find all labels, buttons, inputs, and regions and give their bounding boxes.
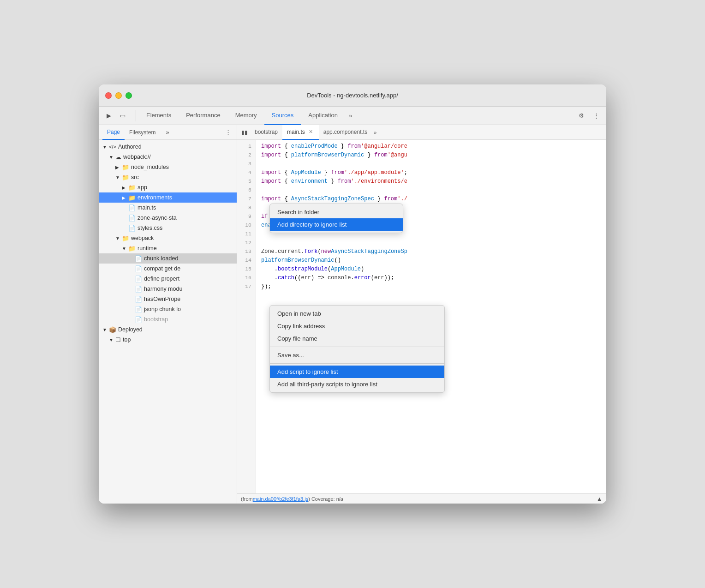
- folder-icon-environments: 📁: [128, 194, 136, 201]
- tab-memory[interactable]: Memory: [228, 107, 264, 125]
- authored-icon: </>: [109, 144, 116, 150]
- code-tab-bootstrap[interactable]: bootstrap: [250, 125, 282, 140]
- tree-arrow-deployed: ▼: [102, 327, 109, 332]
- titlebar: DevTools - ng-devtools.netlify.app/: [99, 84, 606, 107]
- status-text-suffix: ) Coverage: n/a: [308, 496, 343, 502]
- code-line-14: platformBrowserDynamic(): [261, 256, 601, 264]
- line-num-16: 16: [237, 273, 251, 282]
- tree-item-compat[interactable]: 📄 compat get de: [99, 264, 237, 274]
- line-num-6: 6: [237, 186, 251, 194]
- file-panel-tabs: Page Filesystem » ⋮: [99, 125, 237, 140]
- ctx-search-folder[interactable]: Search in folder: [270, 206, 403, 218]
- tab-performance[interactable]: Performance: [179, 107, 227, 125]
- ctx-save-as[interactable]: Save as...: [270, 349, 444, 361]
- tree-label-webpack: webpack://: [123, 154, 151, 160]
- status-text-prefix: (from: [241, 496, 253, 502]
- folder-icon-runtime: 📁: [128, 245, 136, 252]
- tree-item-bootstrap-file[interactable]: 📄 bootstrap: [99, 314, 237, 324]
- file-panel: Page Filesystem » ⋮ ▼ </> Authored ▼ ☁ w…: [99, 125, 237, 504]
- file-icon-harmony: 📄: [135, 286, 142, 293]
- tree-item-hasown[interactable]: 📄 hasOwnPrope: [99, 294, 237, 304]
- cursor-icon[interactable]: ▶: [102, 109, 115, 122]
- nav-divider: [136, 110, 136, 121]
- top-icon: ☐: [115, 336, 121, 343]
- tab-filesystem[interactable]: Filesystem: [125, 125, 160, 140]
- line-num-14: 14: [237, 256, 251, 264]
- line-num-17: 17: [237, 282, 251, 291]
- code-tab-appcomponent-label: app.component.ts: [323, 129, 367, 135]
- line-num-3: 3: [237, 159, 251, 168]
- code-line-12: [261, 238, 601, 247]
- tree-arrow-runtime: ▼: [122, 246, 128, 251]
- line-num-11: 11: [237, 229, 251, 238]
- main-content: Page Filesystem » ⋮ ▼ </> Authored ▼ ☁ w…: [99, 125, 606, 504]
- code-tab-appcomponent[interactable]: app.component.ts: [319, 125, 372, 140]
- file-tabs-more[interactable]: »: [162, 129, 173, 136]
- settings-icon[interactable]: ⚙: [575, 109, 588, 122]
- ctx-separator-1: [270, 347, 444, 347]
- tree-item-node-modules[interactable]: ▶ 📁 node_modules: [99, 162, 237, 172]
- tree-item-app[interactable]: ▶ 📁 app: [99, 182, 237, 192]
- tree-label-maints: main.ts: [137, 204, 156, 211]
- status-expand-icon[interactable]: ▲: [596, 495, 603, 503]
- line-num-1: 1: [237, 142, 251, 150]
- ctx-add-directory-ignore[interactable]: Add directory to ignore list: [270, 218, 403, 231]
- tree-item-jsonp[interactable]: 📄 jsonp chunk lo: [99, 304, 237, 314]
- tree-item-chunk[interactable]: 📄 chunk loaded: [99, 253, 237, 264]
- tab-page[interactable]: Page: [102, 125, 125, 140]
- folder-icon-src: 📁: [122, 174, 129, 181]
- tree-label-chunk: chunk loaded: [144, 255, 178, 262]
- code-tab-maints-close[interactable]: ✕: [308, 129, 314, 135]
- file-icon-define: 📄: [135, 276, 142, 282]
- tree-arrow-app: ▶: [122, 185, 128, 190]
- device-icon[interactable]: ▭: [116, 109, 129, 122]
- more-options-icon[interactable]: ⋮: [590, 109, 603, 122]
- tree-item-styles[interactable]: 📄 styles.css: [99, 223, 237, 233]
- minimize-button[interactable]: [115, 92, 122, 99]
- tab-sources[interactable]: Sources: [264, 107, 301, 125]
- tree-label-bootstrap: bootstrap: [144, 316, 168, 323]
- code-tabs-left-arrow[interactable]: ▮▮: [239, 129, 250, 136]
- line-num-4: 4: [237, 168, 251, 177]
- ctx-add-script-ignore[interactable]: Add script to ignore list: [270, 366, 444, 378]
- ctx-open-new-tab[interactable]: Open in new tab: [270, 307, 444, 320]
- tree-item-top[interactable]: ▼ ☐ top: [99, 335, 237, 345]
- tree-item-authored[interactable]: ▼ </> Authored: [99, 142, 237, 152]
- tree-item-harmony[interactable]: 📄 harmony modu: [99, 284, 237, 294]
- code-line-15: .bootstrapModule(AppModule): [261, 264, 601, 273]
- ctx-add-all-ignore[interactable]: Add all third-party scripts to ignore li…: [270, 378, 444, 390]
- tree-item-src[interactable]: ▼ 📁 src: [99, 172, 237, 182]
- code-tab-maints[interactable]: main.ts ✕: [282, 125, 319, 140]
- tree-item-deployed[interactable]: ▼ 📦 Deployed: [99, 324, 237, 335]
- close-button[interactable]: [105, 92, 112, 99]
- code-tabs-more[interactable]: »: [374, 130, 376, 135]
- code-line-1: import { enableProdMode } from '@angular…: [261, 142, 601, 150]
- tree-item-zone[interactable]: 📄 zone-async-sta: [99, 213, 237, 223]
- code-line-4: import { AppModule } from './app/app.mod…: [261, 168, 601, 177]
- code-tab-bootstrap-label: bootstrap: [255, 129, 278, 135]
- maximize-button[interactable]: [125, 92, 132, 99]
- tree-item-define[interactable]: 📄 define propert: [99, 274, 237, 284]
- tree-item-runtime[interactable]: ▼ 📁 runtime: [99, 243, 237, 253]
- tab-application[interactable]: Application: [301, 107, 345, 125]
- tree-item-maints[interactable]: 📄 main.ts: [99, 203, 237, 213]
- ctx-copy-link[interactable]: Copy link address: [270, 320, 444, 332]
- file-panel-kebab[interactable]: ⋮: [223, 129, 233, 136]
- tree-label-jsonp: jsonp chunk lo: [144, 306, 181, 312]
- status-link[interactable]: main.da00f/b2fe3f1fa3.js: [253, 496, 308, 502]
- nav-more-button[interactable]: »: [345, 112, 356, 119]
- tree-item-webpack[interactable]: ▼ ☁ webpack://: [99, 152, 237, 162]
- line-num-15: 15: [237, 264, 251, 273]
- ctx-copy-filename[interactable]: Copy file name: [270, 332, 444, 345]
- tree-item-webpack-folder[interactable]: ▼ 📁 webpack: [99, 233, 237, 243]
- code-line-3: [261, 159, 601, 168]
- line-num-10: 10: [237, 221, 251, 229]
- tree-arrow-environments: ▶: [122, 195, 128, 200]
- file-icon-jsonp: 📄: [135, 306, 142, 313]
- line-num-2: 2: [237, 150, 251, 159]
- tree-item-environments[interactable]: ▶ 📁 environments: [99, 192, 237, 203]
- file-icon-chunk: 📄: [135, 255, 142, 262]
- tree-label-webpack-folder: webpack: [131, 235, 154, 241]
- tree-arrow-node-modules: ▶: [115, 165, 122, 170]
- tab-elements[interactable]: Elements: [139, 107, 179, 125]
